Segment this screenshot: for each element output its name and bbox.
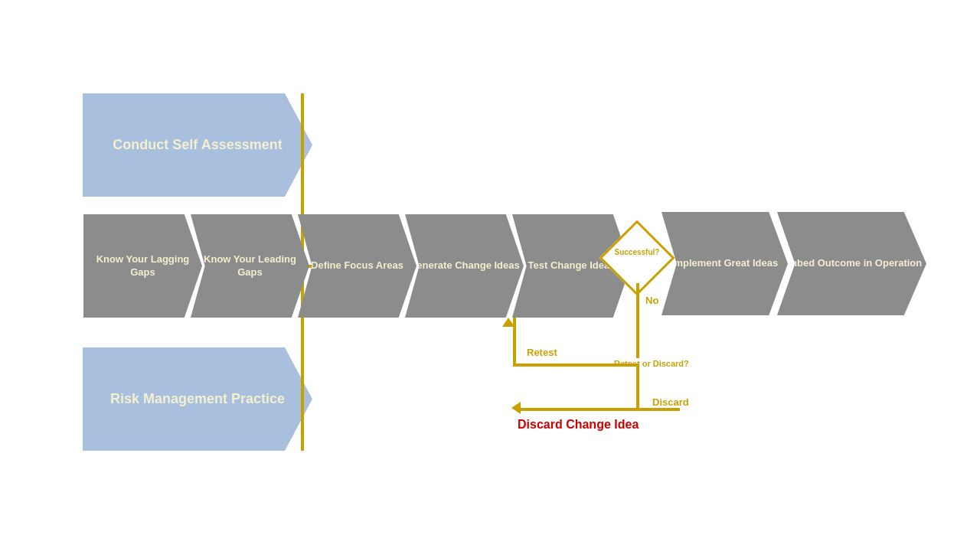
know-leading-gaps-shape: Know Your Leading Gaps <box>191 214 309 318</box>
risk-management-practice-label: Risk Management Practice <box>110 390 285 408</box>
know-leading-gaps-label: Know Your Leading Gaps <box>191 253 309 279</box>
decision-diamond-container: Successful? <box>610 231 664 285</box>
diamond-down-line <box>636 283 639 364</box>
diagram-container: Conduct Self Assessment Risk Management … <box>0 0 980 551</box>
know-lagging-gaps-shape: Know Your Lagging Gaps <box>83 214 202 318</box>
define-focus-areas-label: Define Focus Areas <box>311 259 403 272</box>
discard-line-v <box>636 364 639 409</box>
generate-change-ideas-shape: Generate Change Ideas <box>405 214 524 318</box>
discard-left-line <box>521 408 638 411</box>
generate-change-ideas-label: Generate Change Ideas <box>409 259 520 272</box>
discard-change-idea-label: Discard Change Idea <box>518 417 639 433</box>
no-label: No <box>645 295 658 306</box>
define-focus-areas-shape: Define Focus Areas <box>298 214 416 318</box>
implement-great-ideas-label: Implement Great Ideas <box>671 257 778 270</box>
retest-label: Retest <box>527 347 557 358</box>
retest-line-h <box>513 364 638 367</box>
conduct-self-assessment-label: Conduct Self Assessment <box>113 136 282 154</box>
discard-label: Discard <box>652 396 689 408</box>
conduct-self-assessment-shape: Conduct Self Assessment <box>83 93 312 197</box>
successful-label: Successful? <box>607 248 667 256</box>
risk-management-practice-shape: Risk Management Practice <box>83 347 312 451</box>
discard-line-h <box>638 408 680 411</box>
discard-arrowhead <box>511 402 521 414</box>
embed-outcome-shape: Embed Outcome in Operation <box>777 212 926 315</box>
retest-arrowhead <box>502 318 514 327</box>
know-lagging-gaps-label: Know Your Lagging Gaps <box>83 253 202 279</box>
implement-great-ideas-shape: Implement Great Ideas <box>662 212 788 315</box>
embed-outcome-label: Embed Outcome in Operation <box>782 257 922 270</box>
